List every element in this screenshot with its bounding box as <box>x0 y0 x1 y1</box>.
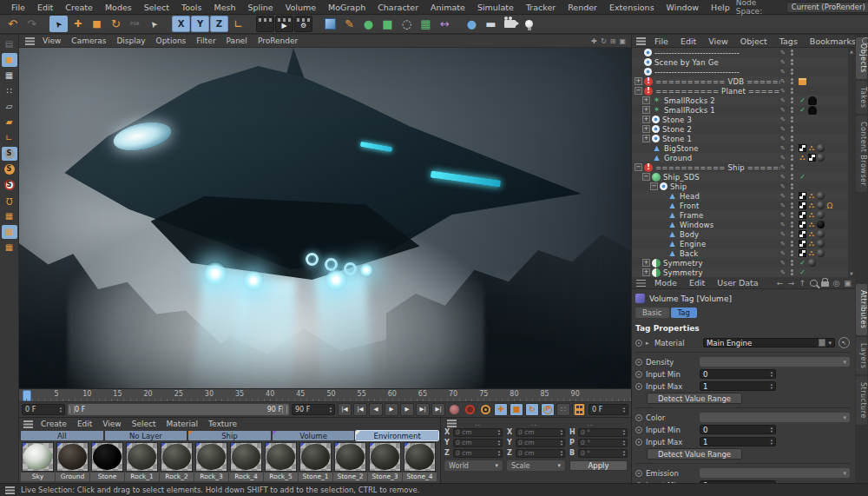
material-tag-icon[interactable] <box>817 154 825 162</box>
menu-character[interactable]: Character <box>372 3 424 12</box>
expander-icon[interactable]: + <box>642 259 650 267</box>
pick-object-button[interactable]: ↖ <box>838 337 850 348</box>
visibility-dots[interactable] <box>791 241 796 248</box>
material-stone-4[interactable]: Stone_4 <box>403 442 437 482</box>
menu-material[interactable]: Material <box>161 420 203 428</box>
menu-texture[interactable]: Texture <box>203 420 242 428</box>
enable-snap-button[interactable]: S <box>2 147 17 161</box>
material-tag-icon[interactable] <box>817 192 825 200</box>
material-sky[interactable]: Sky <box>21 442 55 482</box>
panel-tab-structure[interactable]: Structure <box>856 376 867 425</box>
tab-tag[interactable]: Tag <box>671 308 697 318</box>
animation-dot-icon[interactable] <box>635 414 642 421</box>
make-editable-button[interactable]: ▤ <box>2 37 17 51</box>
phong-tag-icon[interactable]: ∴ <box>808 192 816 200</box>
menu-mesh[interactable]: Mesh <box>207 3 241 12</box>
menu-prorender[interactable]: ProRender <box>253 36 303 45</box>
input-max-field[interactable]: 1▴▾ <box>700 437 776 446</box>
back-icon[interactable]: ← <box>776 279 784 288</box>
align-workplane-button[interactable]: ▦ <box>2 241 17 255</box>
end-frame-field[interactable]: 90 F ▴▾ <box>292 404 335 415</box>
apply-button[interactable]: Apply <box>569 460 628 471</box>
frame-field-right[interactable]: 0 F ▴▾ <box>589 404 628 415</box>
next-frame-button[interactable]: ▶ <box>400 403 414 416</box>
scale-select[interactable]: Scale▾ <box>507 460 565 471</box>
texture-mode-button[interactable]: ▦ <box>2 69 17 83</box>
bell-tag-icon[interactable]: Ω <box>826 202 834 209</box>
menu-icon[interactable] <box>447 419 457 427</box>
visibility-dots[interactable] <box>791 145 796 152</box>
record-button[interactable] <box>447 403 461 416</box>
visibility-dots[interactable] <box>791 88 796 95</box>
current-frame-field[interactable]: 0 F ▴▾ <box>22 404 65 415</box>
expander-icon[interactable]: + <box>642 125 650 133</box>
expander-icon[interactable]: + <box>642 106 650 114</box>
last-tool-button[interactable]: PSR <box>126 16 144 32</box>
emission-dropdown[interactable]: ▾ <box>700 468 850 478</box>
phong-tag-icon[interactable]: ∴ <box>808 240 816 248</box>
fields-button[interactable]: ◌ <box>398 16 416 32</box>
menu-object[interactable]: Object <box>734 36 773 46</box>
render-view-button[interactable] <box>256 16 274 32</box>
animation-dot-icon[interactable] <box>635 427 642 433</box>
quantize-button[interactable]: S <box>2 178 17 192</box>
layer-pencil-icon[interactable]: ✎ <box>780 193 791 200</box>
layer-pencil-icon[interactable]: ✎ <box>780 136 791 142</box>
generators-button[interactable]: ■ <box>378 16 397 32</box>
search-icon[interactable] <box>862 37 868 44</box>
history-icon[interactable]: ◎ <box>832 279 840 288</box>
uv-tag-icon[interactable] <box>799 202 806 209</box>
prev-key-button[interactable]: |◀ <box>353 403 367 416</box>
expand-icon[interactable]: ▸ <box>646 340 651 347</box>
annotation-tag-icon[interactable] <box>799 78 806 85</box>
phong-tag-icon[interactable]: ∴ <box>808 230 816 238</box>
workplane-button[interactable]: ▦ <box>2 209 17 223</box>
render-check-icon[interactable]: ✓ <box>799 96 806 104</box>
model-mode-button[interactable]: ◼ <box>2 53 17 67</box>
visibility-dots[interactable] <box>791 97 796 104</box>
uv-tag-icon[interactable] <box>799 249 806 257</box>
expander-icon[interactable]: − <box>635 87 642 95</box>
magnet-button[interactable]: Ω <box>2 194 17 208</box>
live-selection-button[interactable]: ➤ <box>49 16 68 32</box>
material-link-field[interactable]: Main Engine▾ <box>703 338 835 347</box>
render-check-icon[interactable]: ✓ <box>799 106 806 114</box>
layer-pencil-icon[interactable]: ✎ <box>780 155 791 162</box>
timeline-ruler[interactable]: 051015202530354045505560657075808590 <box>19 389 631 402</box>
next-key-button[interactable]: ▶| <box>416 403 430 416</box>
lock-workplane-button[interactable]: ▦ <box>2 225 17 239</box>
layer-pencil-icon[interactable]: ✎ <box>780 97 791 104</box>
stepper-icon[interactable]: ▴▾ <box>330 407 332 413</box>
layer-pencil-icon[interactable]: ✎ <box>780 212 791 219</box>
animation-dot-icon[interactable] <box>635 340 642 347</box>
object-row-symmetry[interactable]: +Symmetry✎✓ <box>632 268 855 277</box>
visibility-dots[interactable] <box>791 116 796 123</box>
visibility-dots[interactable] <box>791 231 796 238</box>
input-max-field[interactable]: 1▴▾ <box>700 381 776 391</box>
menu-select[interactable]: Select <box>138 3 175 12</box>
material-tag-icon[interactable] <box>817 221 825 228</box>
menu-cameras[interactable]: Cameras <box>66 36 111 45</box>
layer-tab-all[interactable]: All <box>21 431 103 440</box>
key-position-button[interactable]: ✚ <box>494 403 508 416</box>
uv-tag-icon[interactable] <box>808 154 816 162</box>
material-rock-5[interactable]: Rock_5 <box>264 442 298 482</box>
visibility-dots[interactable] <box>791 202 796 209</box>
keyframe-button[interactable] <box>478 403 492 416</box>
animation-dot-icon[interactable] <box>635 371 642 378</box>
render-check-icon[interactable]: ✓ <box>799 268 806 276</box>
menu-tags[interactable]: Tags <box>773 36 804 46</box>
keyframe-selection-button[interactable] <box>572 403 586 416</box>
layer-tab-environment[interactable]: Environment <box>356 431 438 440</box>
menu-icon[interactable] <box>5 486 15 494</box>
scroll-up-icon[interactable]: ▲ <box>850 49 853 54</box>
detect-value-range-button[interactable]: Detect Value Range <box>647 448 742 460</box>
object-row-body[interactable]: ▲Body✎∴ <box>632 229 855 239</box>
light-button[interactable] <box>520 16 538 32</box>
object-row-smallrocks-1[interactable]: +✶SmallRocks 1✎✓ <box>632 105 855 115</box>
material-tag-icon[interactable] <box>808 259 816 267</box>
polygon-mode-button[interactable]: ▰ <box>2 116 17 129</box>
scrollbar[interactable]: ▲▼ <box>848 48 855 277</box>
layer-pencil-icon[interactable]: ✎ <box>780 116 791 123</box>
floor-button[interactable]: ▬ <box>482 16 500 32</box>
